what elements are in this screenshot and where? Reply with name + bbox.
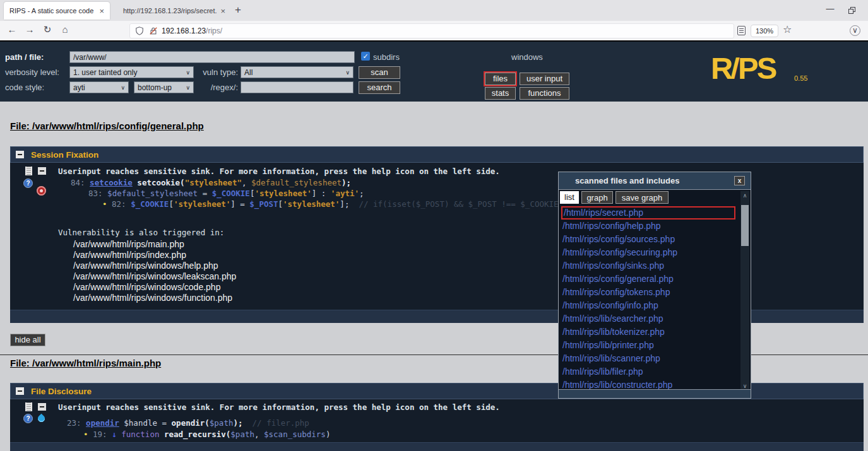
check-icon: ✓	[362, 52, 368, 60]
code-token: ,	[242, 178, 251, 187]
triggered-title: Vulnerability is also triggered in:	[58, 228, 224, 237]
vuln-description: Userinput reaches sensitive sink. For mo…	[58, 402, 500, 412]
minimize-window-icon[interactable]: —	[821, 4, 840, 13]
stats-window-button[interactable]: stats	[485, 87, 516, 100]
restore-window-icon[interactable]	[848, 7, 855, 14]
vuln-description: Userinput reaches sensitive sink. For mo…	[58, 167, 500, 176]
scanned-file-link[interactable]: /html/rips/config/general.php	[561, 272, 739, 286]
code-token: ]	[340, 199, 345, 209]
code-token: =	[157, 418, 172, 428]
tab-rips[interactable]: RIPS - A static source code analyser ×	[4, 2, 110, 20]
scanned-file-link[interactable]: /html/rips/config/sources.php	[561, 233, 739, 246]
scrollbar-thumb[interactable]	[741, 205, 749, 246]
scanned-file-link[interactable]: /html/rips/lib/tokenizer.php	[561, 325, 739, 339]
user-input-window-button[interactable]: user input	[520, 73, 569, 85]
reload-icon[interactable]: ↻	[40, 24, 54, 35]
scanned-file-link[interactable]: /html/rips/config/securing.php	[561, 246, 739, 259]
regex-input[interactable]	[241, 81, 354, 93]
code-token: ↓	[112, 430, 121, 439]
close-tab-icon[interactable]: ×	[220, 6, 225, 16]
collapse-minus-icon[interactable]	[16, 387, 24, 395]
code-style-select[interactable]: ayti ∨	[69, 81, 129, 93]
scanned-file-link[interactable]: /html/rips/lib/scanner.php	[561, 352, 739, 365]
code-token: [	[278, 199, 283, 209]
tab-secret-title: http://192.168.1.23/rips/secret.php	[123, 7, 217, 15]
triggered-file: /var/www/html/rips/index.php	[73, 250, 236, 261]
popup-tab-save-graph[interactable]: save graph	[615, 191, 669, 204]
minimize-block-icon[interactable]	[38, 167, 46, 175]
code-style-value: ayti	[73, 83, 85, 92]
collapse-minus-icon[interactable]	[16, 151, 24, 158]
direction-select[interactable]: bottom-up ∨	[134, 81, 194, 93]
windows-label: windows	[511, 52, 543, 62]
code-token: 84:	[71, 178, 90, 187]
scanned-file-link[interactable]: /html/rips/config/tokens.php	[561, 286, 739, 299]
vuln-type-select[interactable]: All ∨	[241, 66, 354, 78]
subdirs-checkbox[interactable]: ✓	[361, 52, 370, 61]
minimize-block-icon[interactable]	[38, 403, 46, 411]
popup-tab-list[interactable]: list	[560, 191, 579, 204]
code-line-23: 23: opendir $handle = opendir($path); //…	[67, 418, 309, 428]
shield-icon[interactable]	[135, 26, 144, 35]
code-token: =	[198, 189, 212, 198]
reader-mode-icon[interactable]	[737, 26, 746, 35]
code-token: 'ayti'	[331, 189, 359, 198]
scanned-file-link[interactable]: /html/rips/secret.php	[561, 206, 735, 220]
code-line-19: • 19: ↓ function read_recursiv($path, $s…	[83, 430, 330, 439]
zoom-level-indicator[interactable]: 130%	[751, 25, 778, 37]
hide-all-button[interactable]: hide all	[10, 334, 45, 346]
url-bar[interactable]: 192.168.1.23/rips/	[129, 23, 734, 38]
scanned-file-link[interactable]: /html/rips/config/info.php	[561, 299, 739, 312]
scanned-file-link[interactable]: /html/rips/lib/searcher.php	[561, 312, 739, 325]
scanned-file-link[interactable]: /html/rips/config/help.php	[561, 220, 739, 233]
rips-version: 0.55	[794, 74, 807, 82]
help-icon[interactable]: ?	[23, 414, 33, 423]
opendir-help-link[interactable]: opendir	[86, 418, 119, 428]
code-token: $scan_subdirs	[264, 430, 326, 439]
code-token: [	[169, 199, 174, 209]
scroll-up-icon[interactable]: ∧	[740, 191, 749, 200]
popup-tab-graph[interactable]: graph	[581, 191, 613, 204]
close-tab-icon[interactable]: ×	[99, 6, 104, 16]
path-file-input[interactable]	[69, 51, 355, 63]
search-button[interactable]: search	[359, 81, 400, 94]
data-leak-drop-icon[interactable]	[37, 414, 47, 424]
verbosity-label: verbosity level:	[5, 67, 59, 77]
popup-close-button[interactable]: x	[734, 176, 745, 185]
code-token: function	[121, 430, 164, 439]
insecure-lock-icon[interactable]	[149, 26, 158, 35]
files-window-button[interactable]: files	[485, 73, 516, 85]
help-icon[interactable]: ?	[23, 179, 33, 188]
back-icon[interactable]: ←	[5, 24, 19, 35]
pocket-save-icon[interactable]: ∨	[850, 25, 860, 36]
tab-secret-php[interactable]: http://192.168.1.23/rips/secret.php ×	[117, 2, 231, 20]
forward-icon[interactable]: →	[23, 24, 37, 35]
logo-letters-ps: PS	[738, 51, 775, 85]
scan-button[interactable]: scan	[359, 66, 400, 79]
code-token: $_POST	[249, 199, 278, 209]
scanned-file-link[interactable]: /html/rips/lib/filer.php	[561, 365, 739, 378]
tab-rips-title: RIPS - A static source code analyser	[9, 7, 95, 15]
code-line-84: 84: setcookie setcookie("stylesheet", $d…	[71, 178, 351, 187]
code-token: 'stylesheet'	[283, 199, 340, 209]
chevron-down-icon: ∨	[186, 69, 190, 76]
scanned-file-link[interactable]: /html/rips/lib/printer.php	[561, 339, 739, 352]
home-icon[interactable]: ⌂	[58, 24, 72, 35]
view-code-icon[interactable]	[25, 167, 32, 175]
scanned-file-link[interactable]: /html/rips/config/sinks.php	[561, 259, 739, 272]
setcookie-help-link[interactable]: setcookie	[90, 178, 133, 187]
file-heading-main-php: File: /var/www/html/rips/main.php	[10, 358, 161, 368]
url-host: 192.168.1.23	[162, 26, 206, 35]
bookmark-star-icon[interactable]: ☆	[783, 23, 792, 35]
code-token: 'stylesheet'	[254, 189, 311, 198]
popup-scrollbar[interactable]: ∧ ∨	[740, 191, 749, 390]
file-heading-general-php: File: /var/www/html/rips/config/general.…	[10, 120, 204, 131]
subdirs-label: subdirs	[373, 52, 400, 62]
functions-window-button[interactable]: functions	[520, 87, 569, 100]
verbosity-select[interactable]: 1. user tainted only ∨	[69, 66, 194, 78]
view-code-icon[interactable]	[25, 402, 32, 411]
regex-label: /regex/:	[194, 83, 238, 92]
popup-header[interactable]: scanned files and includes x	[559, 172, 751, 190]
new-tab-button[interactable]: +	[235, 4, 241, 16]
exploit-icon[interactable]	[37, 186, 46, 196]
